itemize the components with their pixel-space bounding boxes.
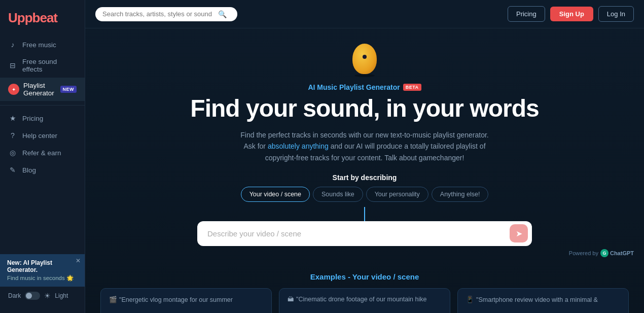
example-text-1: "Cinematic drone footage of our mountain… xyxy=(296,296,426,303)
sidebar-notification: ✕ New: AI Playlist Generator. Find music… xyxy=(0,254,85,287)
examples-title: Examples - Your video / scene xyxy=(100,272,629,281)
hero-section: AI Music Playlist Generator BETA Find yo… xyxy=(85,28,644,272)
sun-icon: ☀ xyxy=(44,292,51,300)
search-input[interactable] xyxy=(102,10,214,18)
new-badge: NEW xyxy=(60,86,77,93)
theme-toggle-switch[interactable] xyxy=(25,292,40,300)
beta-badge: BETA xyxy=(403,84,421,91)
beta-title: AI Music Playlist Generator xyxy=(308,83,400,91)
login-button[interactable]: Log In xyxy=(598,6,634,22)
hero-desc-link[interactable]: absolutely anything xyxy=(268,142,329,150)
example-emoji-1: 🏔 xyxy=(288,296,294,303)
sidebar-item-free-sound-effects[interactable]: ⊟ Free sound effects xyxy=(0,53,85,78)
navbar: 🔍 Pricing Sign Up Log In xyxy=(85,0,644,28)
tab-personality[interactable]: Your personality xyxy=(366,187,428,202)
theme-toggle[interactable]: Dark ☀ Light xyxy=(0,287,85,305)
example-card-1[interactable]: 🏔"Cinematic drone footage of our mountai… xyxy=(279,288,450,313)
example-card-0[interactable]: 🎬"Energetic vlog montage for our summer xyxy=(100,288,272,313)
search-icon: 🔍 xyxy=(218,10,227,18)
help-icon: ? xyxy=(8,131,17,140)
examples-section: Examples - Your video / scene 🎬"Energeti… xyxy=(85,272,644,313)
send-button[interactable]: ➤ xyxy=(510,224,528,242)
hero-mascot xyxy=(349,44,380,79)
music-icon: ♪ xyxy=(8,41,17,49)
signup-button[interactable]: Sign Up xyxy=(550,7,593,21)
hero-description: Find the perfect tracks in seconds with … xyxy=(238,129,491,163)
tab-anything[interactable]: Anything else! xyxy=(432,187,489,202)
examples-grid: 🎬"Energetic vlog montage for our summer … xyxy=(100,288,629,313)
search-bar[interactable]: 🔍 xyxy=(95,7,237,21)
sidebar-item-pricing[interactable]: ★ Pricing xyxy=(0,110,85,127)
star-icon: ★ xyxy=(8,114,17,122)
close-notification-button[interactable]: ✕ xyxy=(76,257,81,264)
pricing-button[interactable]: Pricing xyxy=(508,6,545,22)
sidebar: Uppbeat ♪ Free music ⊟ Free sound effect… xyxy=(0,0,85,313)
notification-subtitle: Find music in seconds 🌟 xyxy=(7,274,78,282)
chatgpt-icon: G xyxy=(600,249,609,257)
tab-sounds-like[interactable]: Sounds like xyxy=(313,187,363,202)
sidebar-item-refer-earn[interactable]: ◎ Refer & earn xyxy=(0,144,85,161)
blog-icon: ✎ xyxy=(8,166,17,174)
mascot-shadow xyxy=(354,74,375,77)
notification-title: New: AI Playlist Generator. xyxy=(7,259,78,273)
example-text-2: "Smartphone review video with a minimal … xyxy=(476,296,598,303)
earn-icon: ◎ xyxy=(8,149,17,157)
dark-label: Dark xyxy=(8,292,21,299)
light-label: Light xyxy=(55,292,68,299)
nav-buttons: Pricing Sign Up Log In xyxy=(508,6,634,22)
sidebar-item-blog[interactable]: ✎ Blog xyxy=(0,161,85,179)
tab-connector xyxy=(364,207,365,221)
tabs-container: Your video / scene Sounds like Your pers… xyxy=(241,187,489,202)
example-emoji-0: 🎬 xyxy=(109,296,117,303)
mascot-eye xyxy=(363,55,367,59)
input-container: ➤ xyxy=(197,221,532,246)
sound-effects-icon: ⊟ xyxy=(8,61,17,69)
playlist-dot-icon: ✦ xyxy=(8,84,19,95)
describe-input[interactable] xyxy=(197,221,532,246)
main-content: 🔍 Pricing Sign Up Log In AI Music Playli… xyxy=(85,0,644,313)
mascot-body xyxy=(352,44,377,74)
logo[interactable]: Uppbeat xyxy=(0,8,85,36)
sidebar-item-help-center[interactable]: ? Help center xyxy=(0,127,85,144)
chatgpt-logo: G ChatGPT xyxy=(600,249,634,257)
example-emoji-2: 📱 xyxy=(466,296,474,303)
example-card-2[interactable]: 📱"Smartphone review video with a minimal… xyxy=(457,288,629,313)
powered-by: Powered by G ChatGPT xyxy=(569,249,634,257)
example-text-0: "Energetic vlog montage for our summer xyxy=(119,296,233,303)
sidebar-bottom: ✕ New: AI Playlist Generator. Find music… xyxy=(0,250,85,305)
sidebar-item-free-music[interactable]: ♪ Free music xyxy=(0,36,85,53)
hero-title: Find your sound, in your words xyxy=(190,95,539,122)
sidebar-item-playlist-generator[interactable]: ✦ Playlist Generator NEW xyxy=(0,78,85,101)
sidebar-divider xyxy=(0,105,85,106)
start-label: Start by describing xyxy=(333,173,397,182)
tab-video-scene[interactable]: Your video / scene xyxy=(241,187,310,202)
beta-label: AI Music Playlist Generator BETA xyxy=(308,83,421,91)
